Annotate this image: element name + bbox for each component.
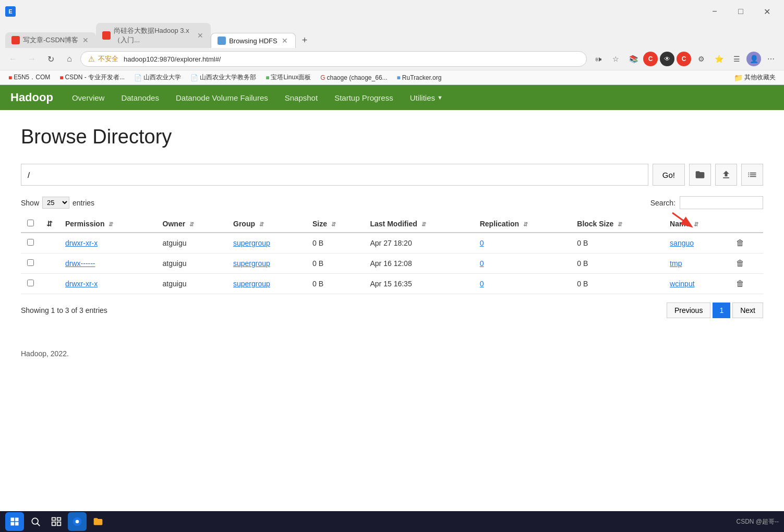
bookmark-other-folder[interactable]: 📁 其他收藏夹: [731, 72, 779, 83]
collections-button[interactable]: 📚: [625, 51, 641, 67]
row-block-size-0: 0 B: [571, 233, 664, 253]
col-replication[interactable]: Replication ⇵: [474, 215, 571, 233]
back-button[interactable]: ←: [5, 51, 21, 67]
folder-icon: 📁: [734, 74, 743, 82]
col-block-size-label: Block Size: [577, 220, 613, 228]
replication-link-0[interactable]: 0: [480, 239, 484, 247]
list-icon-btn[interactable]: [741, 164, 763, 186]
group-link-2[interactable]: supergroup: [233, 280, 270, 288]
delete-button-1[interactable]: 🗑: [736, 259, 744, 268]
replication-link-1[interactable]: 0: [480, 259, 484, 268]
delete-button-2[interactable]: 🗑: [736, 279, 744, 288]
col-block-size[interactable]: Block Size ⇵: [571, 215, 664, 233]
delete-button-0[interactable]: 🗑: [736, 238, 744, 247]
row-checkbox-input-1[interactable]: [27, 259, 34, 266]
tab-3[interactable]: Browsing HDFS ✕: [211, 33, 295, 48]
nav-snapshot[interactable]: Snapshot: [276, 86, 326, 110]
nav-utilities[interactable]: Utilities ▼: [402, 86, 451, 110]
permission-link-2[interactable]: drwxr-xr-x: [65, 280, 98, 288]
minimize-button[interactable]: −: [703, 3, 727, 20]
permission-link-0[interactable]: drwxr-xr-x: [65, 239, 98, 247]
sidepanel-button[interactable]: ☰: [729, 51, 744, 67]
nav-overview[interactable]: Overview: [64, 86, 113, 110]
permission-link-1[interactable]: drwx------: [65, 259, 95, 268]
col-last-modified[interactable]: Last Modified ⇵: [364, 215, 474, 233]
bookmark-csdn-label: CSDN - 专业开发者...: [65, 73, 125, 82]
row-checkbox-0: [21, 233, 40, 253]
extension-csdn[interactable]: C: [643, 52, 658, 66]
go-button[interactable]: Go!: [653, 164, 685, 186]
bookmark-shanxi-edu[interactable]: 📄 山西农业大学教务部: [187, 72, 259, 83]
nav-datanodes[interactable]: Datanodes: [113, 86, 167, 110]
reload-button[interactable]: ↻: [43, 51, 58, 67]
search-input[interactable]: [680, 196, 763, 209]
row-checkbox-input-0[interactable]: [27, 239, 34, 246]
col-name[interactable]: Name ⇵: [664, 215, 730, 233]
current-page[interactable]: 1: [713, 303, 730, 318]
path-input[interactable]: [21, 164, 648, 186]
nav-startup-progress[interactable]: Startup Progress: [326, 86, 402, 110]
tab-3-close[interactable]: ✕: [281, 37, 289, 45]
col-owner[interactable]: Owner ⇵: [156, 215, 227, 233]
red-arrow-annotation: [667, 210, 698, 231]
bookmark-rutracker[interactable]: ■ RuTracker.org: [394, 73, 445, 82]
col-permission[interactable]: Permission ⇵: [59, 215, 156, 233]
tab-1-close[interactable]: ✕: [81, 36, 90, 44]
table-row: drwx------ atguigu supergroup 0 B Apr 16…: [21, 253, 763, 274]
favorites-button[interactable]: ☆: [608, 51, 623, 67]
tab-1-favicon: [11, 36, 20, 44]
table-body: drwxr-xr-x atguigu supergroup 0 B Apr 27…: [21, 233, 763, 294]
extension-dark[interactable]: 👁: [660, 52, 674, 66]
row-icon-2: [40, 274, 59, 294]
new-tab-button[interactable]: +: [298, 33, 312, 48]
bookmark-shanxi-edu-label: 山西农业大学教务部: [200, 73, 256, 82]
col-group[interactable]: Group ⇵: [227, 215, 306, 233]
profile-button[interactable]: 👤: [746, 52, 761, 66]
row-group-0: supergroup: [227, 233, 306, 253]
tab-2[interactable]: 尚硅谷大数据Hadoop 3.x（入门... ✕: [96, 23, 211, 48]
replication-link-2[interactable]: 0: [480, 280, 484, 288]
home-button[interactable]: ⌂: [62, 51, 77, 67]
name-link-0[interactable]: sanguo: [670, 239, 694, 247]
row-name-2: wcinput: [664, 274, 730, 294]
not-secure-label: 不安全: [98, 54, 118, 64]
read-aloud-button[interactable]: 🕪: [590, 51, 606, 67]
tab-2-close[interactable]: ✕: [196, 31, 204, 40]
col-last-modified-label: Last Modified: [370, 220, 417, 228]
col-size[interactable]: Size ⇵: [306, 215, 364, 233]
bookmark-shanxi-univ[interactable]: 📄 山西农业大学: [131, 72, 184, 83]
maximize-button[interactable]: □: [729, 3, 753, 20]
tab-1[interactable]: 写文章-CSDN博客 ✕: [5, 32, 96, 48]
menu-button[interactable]: ⋯: [763, 51, 779, 67]
bookmark-chaoge-label: chaoge (chaoge_66...: [327, 74, 387, 81]
select-all-checkbox[interactable]: [27, 220, 34, 226]
extension-c[interactable]: C: [677, 52, 691, 66]
forward-button[interactable]: →: [24, 51, 40, 67]
upload-icon-btn[interactable]: [715, 164, 737, 186]
row-permission-1: drwx------: [59, 253, 156, 274]
bookmark-chaoge[interactable]: G chaoge (chaoge_66...: [317, 73, 390, 82]
bookmark-baota-icon: ■: [266, 74, 269, 81]
nav-datanode-volume-failures[interactable]: Datanode Volume Failures: [167, 86, 276, 110]
bookmark-csdn[interactable]: ■ CSDN - 专业开发者...: [56, 72, 128, 83]
address-box[interactable]: ⚠ 不安全 hadoop102:9870/explorer.html#/: [80, 51, 587, 67]
extensions-button[interactable]: ⚙: [693, 51, 709, 67]
folder-icon-btn[interactable]: [689, 164, 711, 186]
bookmark-baota[interactable]: ■ 宝塔Linux面板: [262, 72, 314, 83]
favorites-star-button[interactable]: ⭐: [711, 51, 727, 67]
hadoop-brand[interactable]: Hadoop: [10, 91, 53, 104]
name-link-1[interactable]: tmp: [670, 259, 682, 268]
group-link-0[interactable]: supergroup: [233, 239, 270, 247]
name-link-2[interactable]: wcinput: [670, 280, 694, 288]
next-button[interactable]: Next: [732, 303, 763, 318]
row-checkbox-input-2[interactable]: [27, 280, 34, 286]
entries-select[interactable]: 25 10 50 100: [42, 197, 69, 209]
bookmark-e5n5[interactable]: ■ E5N5．COM: [5, 72, 53, 83]
col-sort-icon[interactable]: ⇵: [40, 215, 59, 233]
close-button[interactable]: ✕: [755, 3, 779, 20]
previous-button[interactable]: Previous: [667, 303, 710, 318]
row-size-0: 0 B: [306, 233, 364, 253]
group-link-1[interactable]: supergroup: [233, 259, 270, 268]
utilities-dropdown-arrow: ▼: [437, 94, 443, 101]
tab-3-favicon: [218, 37, 226, 45]
